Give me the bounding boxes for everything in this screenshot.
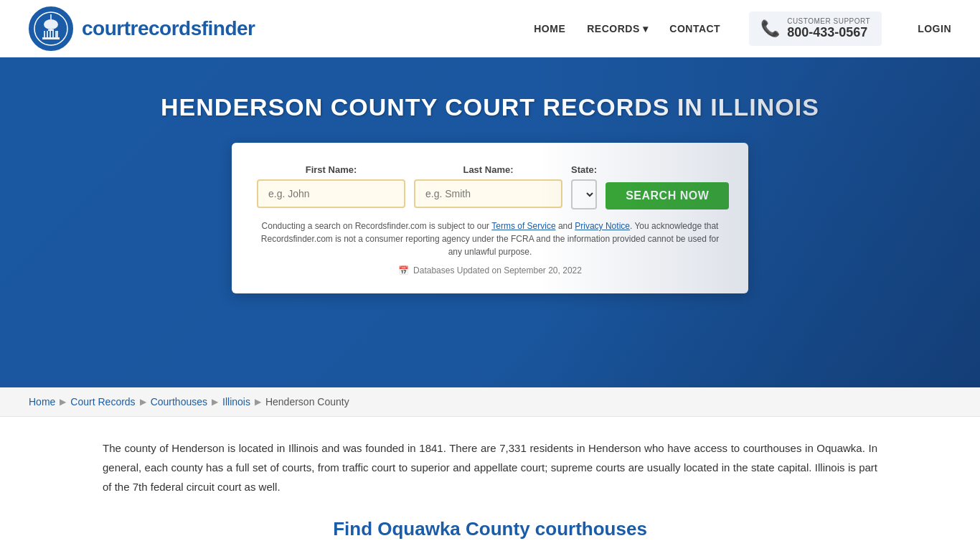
breadcrumb-home[interactable]: Home — [29, 396, 55, 408]
hero-section: HENDERSON COUNTY COURT RECORDS IN ILLINO… — [0, 57, 980, 387]
search-fields: First Name: Last Name: State: AlabamaAla… — [257, 164, 723, 209]
nav-contact[interactable]: CONTACT — [669, 23, 720, 34]
privacy-link[interactable]: Privacy Notice — [575, 221, 630, 231]
support-label: CUSTOMER SUPPORT — [787, 17, 870, 25]
tos-link[interactable]: Terms of Service — [491, 221, 555, 231]
disclaimer-text: Conducting a search on Recordsfinder.com… — [257, 220, 723, 258]
first-name-label: First Name: — [257, 164, 405, 175]
last-name-input[interactable] — [414, 179, 562, 208]
nav-records[interactable]: RECORDS ▾ — [587, 23, 648, 34]
svg-rect-4 — [47, 31, 48, 37]
logo-text: courtrecordsfinder — [82, 17, 255, 40]
search-button[interactable]: SEARCH NOW — [606, 182, 729, 209]
svg-rect-8 — [57, 31, 58, 37]
breadcrumb-sep-3: ▶ — [212, 397, 218, 407]
state-select[interactable]: AlabamaAlaskaArizonaArkansasCaliforniaCo… — [571, 179, 597, 209]
search-box: First Name: Last Name: State: AlabamaAla… — [232, 143, 748, 293]
breadcrumb-sep-1: ▶ — [60, 397, 66, 407]
breadcrumb-courthouses[interactable]: Courthouses — [151, 396, 207, 408]
chevron-down-icon: ▾ — [643, 23, 649, 34]
nav-login[interactable]: LOGIN — [918, 23, 951, 34]
breadcrumb-sep-2: ▶ — [140, 397, 146, 407]
last-name-group: Last Name: — [414, 164, 562, 209]
breadcrumb-illinois[interactable]: Illinois — [222, 396, 250, 408]
main-nav: HOME RECORDS ▾ CONTACT 📞 CUSTOMER SUPPOR… — [534, 11, 951, 46]
logo-link[interactable]: courtrecordsfinder — [29, 6, 255, 51]
support-area: 📞 CUSTOMER SUPPORT 800-433-0567 — [749, 11, 882, 46]
svg-rect-2 — [48, 29, 54, 31]
first-name-group: First Name: — [257, 164, 405, 209]
svg-rect-6 — [52, 31, 54, 37]
svg-rect-5 — [50, 31, 51, 37]
breadcrumb-sep-4: ▶ — [255, 397, 261, 407]
logo-icon — [29, 6, 73, 51]
page-title: HENDERSON COUNTY COURT RECORDS IN ILLINO… — [161, 93, 819, 121]
main-content: The county of Henderson is located in Il… — [60, 417, 920, 551]
last-name-label: Last Name: — [414, 164, 562, 175]
support-text: CUSTOMER SUPPORT 800-433-0567 — [787, 17, 870, 40]
state-label: State: — [571, 164, 597, 175]
breadcrumb-current: Henderson County — [265, 396, 349, 408]
intro-text: The county of Henderson is located in Il… — [103, 438, 877, 496]
svg-rect-7 — [55, 31, 57, 37]
header: courtrecordsfinder HOME RECORDS ▾ CONTAC… — [0, 0, 980, 57]
nav-home[interactable]: HOME — [534, 23, 565, 34]
db-updated: 📅 Databases Updated on September 20, 202… — [257, 265, 723, 276]
section-title: Find Oquawka County courthouses — [103, 518, 877, 540]
calendar-icon: 📅 — [398, 265, 409, 276]
svg-rect-3 — [44, 31, 45, 37]
svg-rect-9 — [42, 37, 60, 39]
support-phone: 800-433-0567 — [787, 25, 870, 40]
breadcrumb: Home ▶ Court Records ▶ Courthouses ▶ Ill… — [0, 387, 980, 417]
breadcrumb-court-records[interactable]: Court Records — [70, 396, 135, 408]
first-name-input[interactable] — [257, 179, 405, 208]
svg-point-1 — [44, 19, 58, 29]
phone-icon: 📞 — [760, 19, 780, 38]
state-group: State: AlabamaAlaskaArizonaArkansasCalif… — [571, 164, 597, 209]
